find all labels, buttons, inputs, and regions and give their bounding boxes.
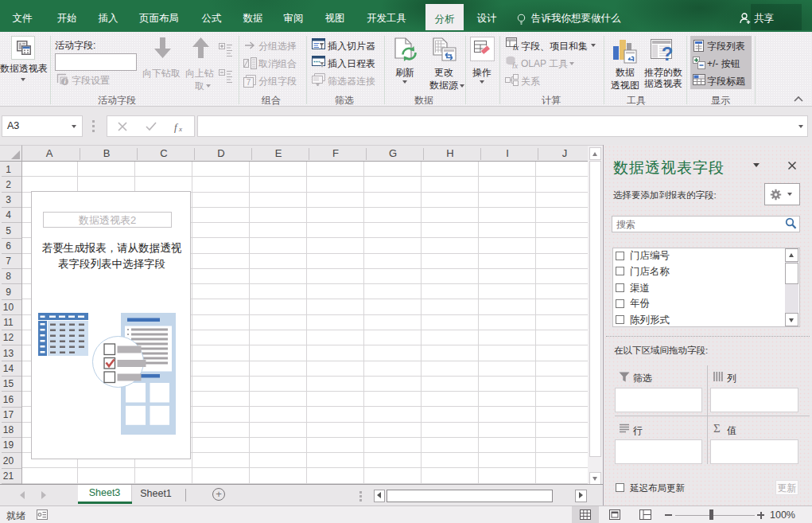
svg-text:?: ? [662,43,674,64]
svg-text:fx: fx [512,61,519,69]
svg-text:x: x [178,125,182,133]
svg-text:7: 7 [247,78,251,87]
svg-text:fx: fx [513,43,519,51]
